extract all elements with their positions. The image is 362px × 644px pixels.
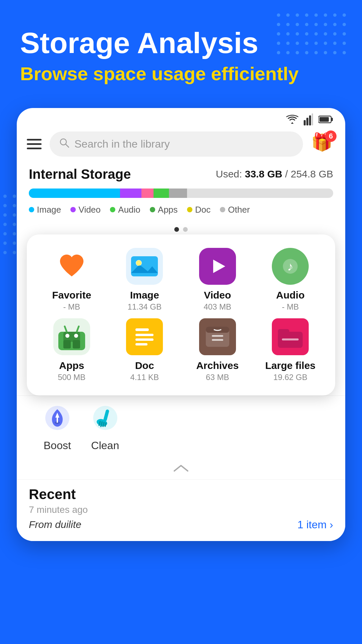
doc-size: 4.11 KB bbox=[130, 373, 159, 382]
svg-rect-0 bbox=[304, 120, 306, 125]
category-favorite[interactable]: Favorite - MB bbox=[37, 248, 107, 312]
video-size: 403 MB bbox=[203, 302, 231, 312]
svg-point-19 bbox=[65, 334, 69, 338]
legend-dot-doc bbox=[187, 207, 192, 212]
storage-legend: Image Video Audio Apps Doc Other bbox=[29, 205, 333, 215]
storage-usage: Used: 33.8 GB / 254.8 GB bbox=[216, 168, 333, 180]
apps-icon bbox=[53, 318, 90, 355]
wifi-icon bbox=[286, 115, 298, 124]
legend-dot-image bbox=[29, 207, 34, 212]
search-bar[interactable]: Search in the library bbox=[50, 131, 303, 157]
apps-size: 500 MB bbox=[58, 373, 85, 382]
storage-bar bbox=[29, 189, 333, 198]
svg-rect-22 bbox=[73, 340, 80, 348]
svg-rect-29 bbox=[135, 343, 147, 345]
archives-size: 63 MB bbox=[206, 373, 229, 382]
audio-label: Audio bbox=[276, 289, 305, 301]
recent-row[interactable]: From duilite 1 item › bbox=[29, 519, 333, 534]
favorite-label: Favorite bbox=[52, 289, 91, 301]
svg-point-20 bbox=[74, 334, 78, 338]
category-video[interactable]: Video 403 MB bbox=[183, 248, 252, 312]
legend-label-apps: Apps bbox=[158, 205, 178, 215]
legend-doc: Doc bbox=[187, 205, 210, 215]
svg-rect-38 bbox=[282, 338, 299, 340]
video-icon bbox=[199, 248, 236, 285]
hamburger-menu[interactable] bbox=[27, 139, 42, 149]
recent-title: Recent bbox=[29, 486, 333, 502]
boost-label: Boost bbox=[44, 439, 71, 452]
svg-line-24 bbox=[77, 326, 79, 332]
recent-section: Recent 7 minutes ago From duilite 1 item… bbox=[17, 479, 345, 541]
clean-icon bbox=[93, 406, 117, 435]
apps-label: Apps bbox=[59, 360, 84, 371]
svg-rect-5 bbox=[331, 118, 333, 121]
search-icon bbox=[59, 138, 70, 151]
storage-section: Internal Storage Used: 33.8 GB / 254.8 G… bbox=[17, 163, 345, 222]
legend-other: Other bbox=[220, 205, 250, 215]
status-bar bbox=[17, 108, 345, 128]
gift-button[interactable]: 🎁 6 bbox=[311, 132, 335, 156]
legend-audio: Audio bbox=[110, 205, 140, 215]
favorite-size: - MB bbox=[63, 302, 80, 312]
phone-card: Search in the library 🎁 6 Internal Stora… bbox=[17, 108, 345, 541]
search-placeholder: Search in the library bbox=[74, 138, 170, 150]
svg-rect-34 bbox=[212, 339, 223, 341]
decorative-dots-top-right: for(let i=0;i<40;i++) document.currentSc… bbox=[277, 13, 349, 57]
svg-rect-3 bbox=[312, 113, 313, 125]
category-archives[interactable]: Archives 63 MB bbox=[183, 318, 252, 382]
svg-line-23 bbox=[65, 326, 67, 332]
doc-icon bbox=[126, 318, 163, 355]
top-bar: Search in the library 🎁 6 bbox=[17, 128, 345, 163]
audio-icon: ♪ bbox=[272, 248, 309, 285]
bar-video bbox=[120, 189, 141, 198]
svg-rect-2 bbox=[309, 115, 311, 125]
svg-rect-33 bbox=[212, 335, 223, 337]
image-size: 11.34 GB bbox=[128, 302, 162, 312]
recent-time: 7 minutes ago bbox=[29, 504, 333, 515]
bar-doc bbox=[169, 189, 187, 198]
boost-button[interactable]: Boost bbox=[44, 406, 71, 452]
doc-label: Doc bbox=[135, 360, 154, 371]
svg-line-8 bbox=[66, 144, 69, 147]
category-large-files[interactable]: Large files 19.62 GB bbox=[256, 318, 325, 382]
svg-rect-9 bbox=[131, 256, 158, 276]
page-subtitle: Browse space usage efficiently bbox=[20, 63, 342, 85]
svg-rect-26 bbox=[135, 328, 149, 331]
svg-point-11 bbox=[136, 260, 141, 266]
page-dot-2 bbox=[183, 227, 188, 232]
notification-badge: 6 bbox=[325, 130, 337, 142]
legend-dot-apps bbox=[150, 207, 155, 212]
recent-source: From duilite bbox=[29, 519, 81, 530]
legend-label-doc: Doc bbox=[195, 205, 210, 215]
legend-label-audio: Audio bbox=[118, 205, 140, 215]
page-indicator bbox=[17, 222, 345, 234]
categories-grid: Favorite - MB Image 11.34 GB bbox=[37, 248, 325, 382]
bar-apps bbox=[154, 189, 169, 198]
category-apps[interactable]: Apps 500 MB bbox=[37, 318, 107, 382]
boost-icon bbox=[45, 406, 69, 435]
category-doc[interactable]: Doc 4.11 KB bbox=[110, 318, 180, 382]
legend-image: Image bbox=[29, 205, 61, 215]
page-dot-1 bbox=[174, 227, 179, 232]
svg-rect-6 bbox=[319, 117, 329, 122]
clean-label: Clean bbox=[91, 439, 119, 452]
signal-icon bbox=[304, 113, 313, 125]
large-files-size: 19.62 GB bbox=[274, 373, 307, 382]
legend-label-other: Other bbox=[228, 205, 250, 215]
category-audio[interactable]: ♪ Audio - MB bbox=[256, 248, 325, 312]
category-image[interactable]: Image 11.34 GB bbox=[110, 248, 180, 312]
chevron-up[interactable] bbox=[17, 459, 345, 479]
svg-rect-32 bbox=[206, 327, 229, 333]
bar-image bbox=[29, 189, 120, 198]
archives-label: Archives bbox=[196, 360, 239, 371]
image-icon bbox=[126, 248, 163, 285]
bar-audio bbox=[141, 189, 154, 198]
svg-rect-37 bbox=[278, 329, 289, 334]
svg-rect-1 bbox=[306, 118, 308, 125]
clean-button[interactable]: Clean bbox=[91, 406, 119, 452]
categories-card: Favorite - MB Image 11.34 GB bbox=[27, 234, 335, 395]
storage-used-label: Used: bbox=[216, 168, 242, 179]
video-label: Video bbox=[204, 289, 231, 301]
archives-icon bbox=[199, 318, 236, 355]
svg-rect-27 bbox=[135, 334, 154, 336]
